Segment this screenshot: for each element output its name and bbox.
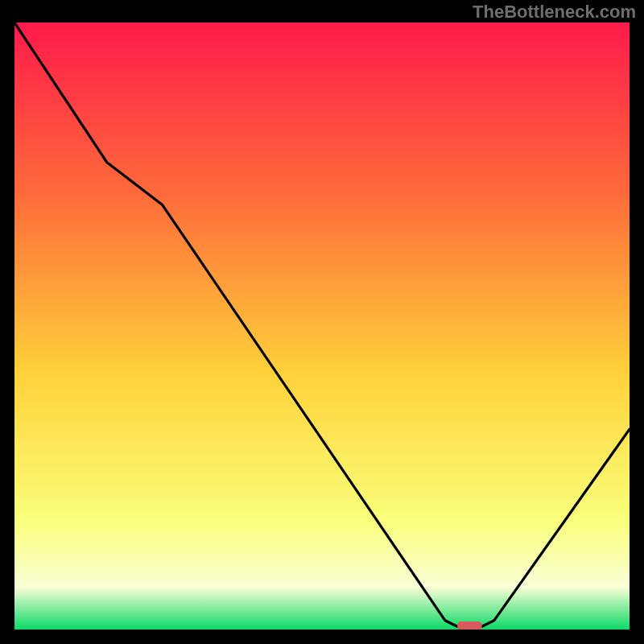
bottleneck-chart xyxy=(14,23,630,630)
optimal-marker xyxy=(457,621,482,630)
watermark-label: TheBottleneck.com xyxy=(473,2,636,23)
chart-stage: TheBottleneck.com xyxy=(0,0,644,644)
gradient-background xyxy=(14,23,630,630)
